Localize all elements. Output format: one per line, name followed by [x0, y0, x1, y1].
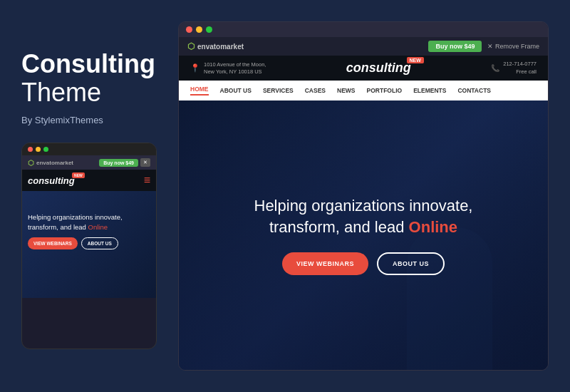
mobile-hero: Helping organizations innovate, transfor…	[22, 191, 156, 298]
mobile-about-button[interactable]: ABOUT US	[81, 237, 118, 249]
mobile-envato-bar: ⬡ envatomarket Buy now $49 ✕	[22, 155, 156, 170]
desktop-mockup: ⬡ envatomarket Buy now $49 ✕ Remove Fram…	[178, 21, 549, 371]
desktop-online-accent: Online	[409, 218, 457, 236]
desktop-dot-red	[186, 26, 192, 33]
author-label: By StylemixThemes	[21, 115, 157, 125]
phone-icon: 📞	[491, 64, 499, 72]
envato-logo-desktop: ⬡ envatomarket	[187, 41, 244, 51]
envato-star-icon: ⬡	[28, 159, 34, 167]
desktop-envato-right: Buy now $49 ✕ Remove Frame	[428, 41, 539, 52]
desktop-envato-bar: ⬡ envatomarket Buy now $49 ✕ Remove Fram…	[179, 37, 548, 56]
address-text: 1010 Avenue of the Moon, New York, NY 10…	[204, 61, 266, 76]
desktop-window-controls	[179, 22, 548, 37]
phone-text: 212-714-0777 Free call	[503, 61, 537, 76]
desktop-hero: Helping organizations innovate,transform…	[179, 100, 548, 370]
desktop-hero-buttons: VIEW WEBINARS ABOUT US	[254, 252, 473, 275]
nav-item-news[interactable]: NEWS	[337, 87, 356, 94]
mobile-hero-content: Helping organizations innovate, transfor…	[28, 212, 150, 249]
envato-logo-small: ⬡ envatomarket	[28, 159, 73, 167]
mobile-dot-red	[28, 147, 33, 152]
buy-button-desktop[interactable]: Buy now $49	[428, 41, 482, 52]
desktop-dot-green	[206, 26, 212, 33]
mobile-mockup: ⬡ envatomarket Buy now $49 ✕ consulting …	[21, 143, 157, 349]
nav-item-services[interactable]: SERVICES	[263, 87, 294, 94]
mobile-online-accent: Online	[88, 223, 108, 231]
desktop-webinar-button[interactable]: VIEW WEBINARS	[282, 252, 368, 275]
desktop-hero-headline: Helping organizations innovate,transform…	[254, 195, 473, 237]
mobile-hero-buttons: VIEW WEBINARS ABOUT US	[28, 237, 150, 249]
desktop-hero-content: Helping organizations innovate,transform…	[254, 195, 473, 274]
remove-frame-button[interactable]: ✕ Remove Frame	[487, 43, 539, 50]
page-title-light: Theme	[21, 78, 157, 108]
close-frame-button-sm[interactable]: ✕	[140, 158, 150, 167]
page-title-bold: Consulting	[21, 50, 157, 78]
buy-button-sm[interactable]: Buy now $49	[99, 159, 138, 167]
desktop-logo: consulting NEW	[346, 61, 411, 76]
address-block: 📍 1010 Avenue of the Moon, New York, NY …	[190, 61, 266, 76]
mobile-nav-bar: consulting NEW ≡	[22, 170, 156, 191]
desktop-about-button[interactable]: ABOUT US	[377, 252, 445, 275]
location-icon: 📍	[190, 63, 200, 73]
new-badge-d: NEW	[407, 57, 424, 63]
desktop-dot-yellow	[196, 26, 202, 33]
envato-star-icon-d: ⬡	[187, 41, 195, 51]
nav-item-contacts[interactable]: CONTACTS	[457, 87, 491, 94]
left-panel: Consulting Theme By StylemixThemes ⬡ env…	[21, 43, 157, 350]
mobile-window-controls	[22, 143, 156, 155]
desktop-site-header: 📍 1010 Avenue of the Moon, New York, NY …	[179, 56, 548, 81]
envato-logo-text-sm: envatomarket	[36, 160, 73, 166]
hamburger-icon[interactable]: ≡	[144, 174, 150, 187]
mobile-webinar-button[interactable]: VIEW WEBINARS	[28, 237, 78, 249]
nav-item-about[interactable]: ABOUT US	[220, 87, 252, 94]
new-badge-sm: NEW	[72, 172, 85, 178]
mobile-logo: consulting NEW	[28, 175, 75, 186]
desktop-navigation: HOME ABOUT US SERVICES CASES NEWS PORTFO…	[179, 81, 548, 100]
mobile-dot-green	[43, 147, 48, 152]
mobile-dot-yellow	[36, 147, 41, 152]
envato-logo-text-d: envatomarket	[197, 43, 244, 51]
phone-block: 📞 212-714-0777 Free call	[491, 61, 537, 76]
nav-item-elements[interactable]: ELEMENTS	[413, 87, 446, 94]
nav-item-portfolio[interactable]: PORTFOLIO	[367, 87, 403, 94]
nav-item-home[interactable]: HOME	[190, 86, 209, 96]
mobile-hero-text: Helping organizations innovate, transfor…	[28, 212, 150, 232]
nav-item-cases[interactable]: CASES	[305, 87, 326, 94]
